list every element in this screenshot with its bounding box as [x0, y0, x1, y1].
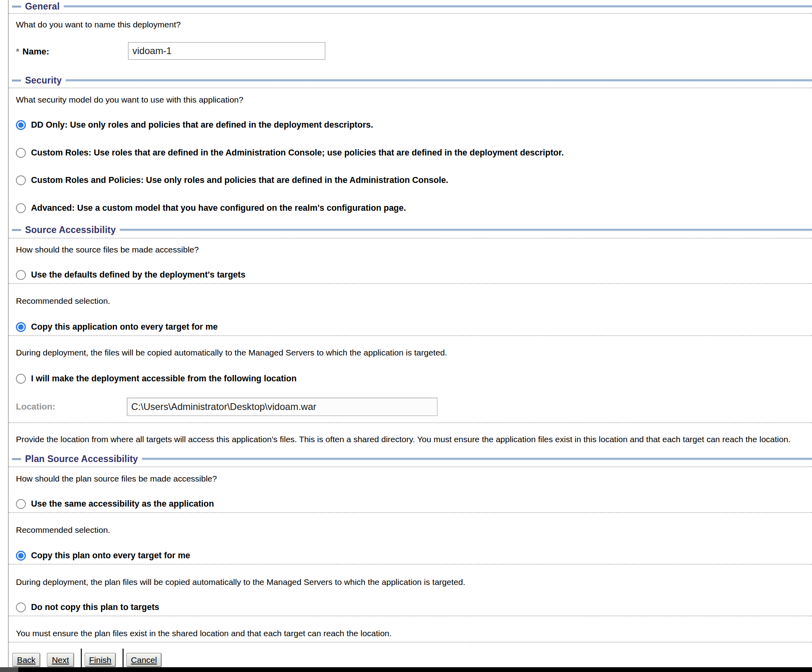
source-question: How should the source files be made acce… — [16, 245, 199, 255]
next-button[interactable]: Next — [47, 653, 74, 667]
row-separator — [9, 87, 812, 88]
section-rule — [142, 458, 812, 460]
plan-recommended-note: Recommended selection. — [16, 525, 110, 535]
cancel-button[interactable]: Cancel — [126, 653, 161, 667]
copy-plan-help: During deployment, the plan files will b… — [16, 577, 465, 587]
radio-label-copy-plan: Copy this plan onto every target for me — [31, 550, 190, 561]
radio-label-custom-roles-policies: Custom Roles and Policies: Use only role… — [31, 175, 448, 185]
radio-same-accessibility[interactable] — [16, 499, 26, 509]
content-left-border — [8, 0, 9, 667]
copy-application-help: During deployment, the files will be cop… — [16, 348, 447, 358]
radio-row-advanced: Advanced: Use a custom model that you ha… — [16, 203, 406, 213]
name-field-label: *Name: — [16, 47, 49, 57]
radio-row-use-defaults: Use the defaults defined by the deployme… — [16, 270, 245, 280]
row-separator — [9, 512, 812, 513]
radio-row-copy-application: Copy this application onto every target … — [16, 322, 218, 332]
bottom-bar-corner — [0, 667, 18, 672]
general-question: What do you want to name this deployment… — [16, 19, 181, 30]
collapse-dash-icon — [12, 6, 21, 8]
row-separator — [9, 564, 812, 565]
collapse-dash-icon — [12, 80, 21, 82]
row-separator — [9, 422, 812, 423]
security-question: What security model do you want to use w… — [16, 95, 243, 105]
section-title-source-accessibility: Source Accessibility — [25, 225, 116, 235]
radio-custom-roles[interactable] — [16, 148, 26, 158]
row-separator — [9, 466, 812, 467]
radio-dd-only[interactable] — [16, 120, 26, 130]
location-field-label: Location: — [16, 402, 55, 412]
location-input[interactable] — [127, 398, 437, 416]
section-title-security: Security — [25, 75, 62, 86]
section-header-security: Security — [12, 75, 812, 86]
row-separator — [9, 335, 812, 336]
name-label-text: Name: — [23, 47, 49, 56]
location-help: Provide the location from where all targ… — [16, 434, 791, 445]
row-separator — [9, 616, 812, 616]
bottom-bar — [18, 667, 812, 672]
radio-label-use-defaults: Use the defaults defined by the deployme… — [31, 270, 245, 280]
section-header-source-accessibility: Source Accessibility — [12, 224, 812, 235]
radio-label-dd-only: DD Only: Use only roles and policies tha… — [31, 120, 373, 130]
radio-custom-roles-policies[interactable] — [16, 175, 26, 185]
radio-row-custom-roles-policies: Custom Roles and Policies: Use only role… — [16, 175, 448, 185]
section-title-plan-source-accessibility: Plan Source Accessibility — [25, 454, 138, 464]
radio-row-copy-plan: Copy this plan onto every target for me — [16, 550, 190, 561]
finish-button[interactable]: Finish — [85, 653, 116, 667]
collapse-dash-icon — [12, 229, 21, 231]
back-button[interactable]: Back — [12, 653, 40, 667]
radio-row-dd-only: DD Only: Use only roles and policies tha… — [16, 120, 373, 130]
radio-use-defaults[interactable] — [16, 270, 26, 280]
radio-row-accessible-location: I will make the deployment accessible fr… — [16, 373, 297, 384]
section-rule — [120, 229, 812, 231]
radio-label-copy-application: Copy this application onto every target … — [31, 322, 218, 332]
radio-label-accessible-location: I will make the deployment accessible fr… — [31, 373, 297, 384]
radio-label-custom-roles: Custom Roles: Use roles that are defined… — [31, 148, 564, 158]
radio-label-advanced: Advanced: Use a custom model that you ha… — [31, 203, 406, 213]
row-separator — [9, 238, 812, 239]
radio-no-copy-plan[interactable] — [16, 602, 26, 612]
no-copy-plan-help: You must ensure the plan files exist in … — [16, 628, 392, 639]
radio-row-no-copy-plan: Do not copy this plan to targets — [16, 602, 159, 612]
recommended-note: Recommended selection. — [16, 296, 110, 306]
radio-label-no-copy-plan: Do not copy this plan to targets — [31, 602, 159, 612]
name-input[interactable] — [128, 42, 325, 60]
radio-row-same-accessibility: Use the same accessibility as the applic… — [16, 499, 214, 509]
required-marker: * — [16, 47, 19, 56]
row-separator — [9, 283, 812, 284]
radio-advanced[interactable] — [16, 203, 26, 213]
section-header-plan-source-accessibility: Plan Source Accessibility — [12, 453, 812, 464]
section-title-general: General — [25, 1, 60, 12]
radio-row-custom-roles: Custom Roles: Use roles that are defined… — [16, 148, 564, 158]
collapse-dash-icon — [12, 458, 21, 460]
radio-accessible-location[interactable] — [16, 374, 26, 384]
plan-question: How should the plan source files be made… — [16, 474, 217, 484]
section-rule — [64, 5, 812, 8]
section-rule — [66, 79, 812, 82]
row-separator — [9, 642, 812, 643]
section-header-general: General — [12, 1, 812, 12]
radio-copy-application[interactable] — [16, 322, 26, 332]
radio-copy-plan[interactable] — [16, 551, 26, 561]
radio-label-same-accessibility: Use the same accessibility as the applic… — [31, 499, 214, 509]
row-separator — [9, 13, 812, 14]
